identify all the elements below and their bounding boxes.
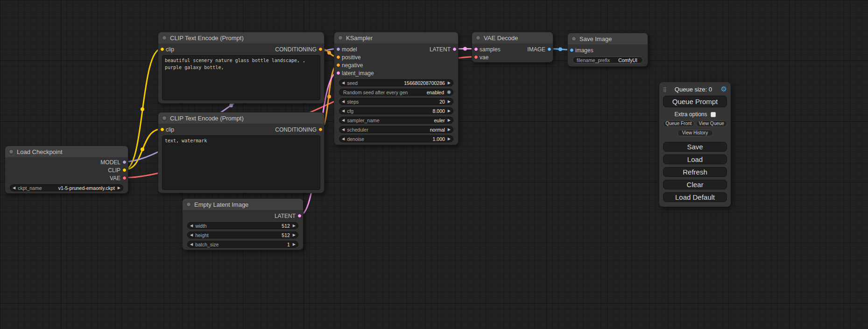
cfg-stepper[interactable]: ◀ cfg 8.000 ▶ xyxy=(339,107,453,114)
widget-label: cfg xyxy=(347,108,353,114)
view-history-button[interactable]: View History xyxy=(677,130,713,136)
right-arrow-icon[interactable]: ▶ xyxy=(448,119,451,122)
right-arrow-icon[interactable]: ▶ xyxy=(293,224,296,228)
denoise-stepper[interactable]: ◀ denoise 1.000 ▶ xyxy=(339,135,453,142)
widget-label: ckpt_name xyxy=(18,185,42,191)
input-port-clip[interactable] xyxy=(160,47,164,51)
widget-label: seed xyxy=(347,80,358,86)
sampler-name-combo[interactable]: ◀ sampler_name euler ▶ xyxy=(339,117,453,124)
input-port-model[interactable] xyxy=(336,47,340,51)
queue-front-button[interactable]: Queue Front xyxy=(663,120,694,127)
height-stepper[interactable]: ◀ height 512 ▶ xyxy=(187,231,298,238)
widget-label: denoise xyxy=(347,136,364,142)
output-port-latent[interactable] xyxy=(297,214,302,218)
output-label-clip: CLIP xyxy=(108,167,120,174)
scheduler-combo[interactable]: ◀ scheduler normal ▶ xyxy=(339,126,453,133)
output-port-latent[interactable] xyxy=(452,47,457,51)
node-titlebar[interactable]: Empty Latent Image xyxy=(183,199,303,210)
collapse-dot-icon[interactable] xyxy=(572,36,576,41)
prompt-textarea[interactable]: beautiful scenery nature glass bottle la… xyxy=(162,55,320,100)
output-port-clip[interactable] xyxy=(122,168,127,172)
input-port-samples[interactable] xyxy=(474,47,478,51)
input-port-positive[interactable] xyxy=(336,55,340,59)
collapse-dot-icon[interactable] xyxy=(9,149,14,154)
node-clip-text-encode-negative[interactable]: CLIP Text Encode (Prompt) clip CONDITION… xyxy=(158,112,325,193)
node-title: Load Checkpoint xyxy=(17,148,63,155)
output-port-conditioning[interactable] xyxy=(318,47,323,51)
node-empty-latent-image[interactable]: Empty Latent Image LATENT ◀ width 512 ▶ … xyxy=(182,198,303,250)
node-graph-canvas[interactable]: Load Checkpoint MODEL CLIP VAE ◀ ckpt_na… xyxy=(0,0,868,329)
input-port-vae[interactable] xyxy=(474,55,478,59)
output-port-conditioning[interactable] xyxy=(318,127,323,132)
right-arrow-icon[interactable]: ▶ xyxy=(448,137,451,141)
right-arrow-icon[interactable]: ▶ xyxy=(448,100,451,104)
left-arrow-icon[interactable]: ◀ xyxy=(342,100,345,104)
widget-value: enabled xyxy=(427,90,444,95)
toggle-knob-icon[interactable] xyxy=(447,90,451,94)
node-title: Empty Latent Image xyxy=(194,201,248,208)
collapse-dot-icon[interactable] xyxy=(186,202,191,207)
output-port-vae[interactable] xyxy=(122,176,127,180)
view-queue-button[interactable]: View Queue xyxy=(696,120,727,127)
output-label-vae: VAE xyxy=(110,175,120,182)
node-clip-text-encode-positive[interactable]: CLIP Text Encode (Prompt) clip CONDITION… xyxy=(158,32,325,104)
input-port-clip[interactable] xyxy=(160,127,164,132)
widget-value: 512 xyxy=(282,232,290,238)
left-arrow-icon[interactable]: ◀ xyxy=(190,224,193,228)
node-titlebar[interactable]: VAE Decode xyxy=(472,32,553,43)
collapse-dot-icon[interactable] xyxy=(338,35,343,40)
output-port-model[interactable] xyxy=(122,160,127,164)
load-default-button[interactable]: Load Default xyxy=(663,192,727,202)
random-seed-toggle[interactable]: Random seed after every gen enabled xyxy=(339,89,453,96)
left-arrow-icon[interactable]: ◀ xyxy=(13,186,15,190)
left-arrow-icon[interactable]: ◀ xyxy=(342,81,345,85)
node-load-checkpoint[interactable]: Load Checkpoint MODEL CLIP VAE ◀ ckpt_na… xyxy=(5,146,128,194)
node-titlebar[interactable]: Save Image xyxy=(568,33,648,44)
ckpt-name-combo[interactable]: ◀ ckpt_name v1-5-pruned-emaonly.ckpt ▶ xyxy=(10,184,123,191)
settings-gear-icon[interactable]: ⚙ xyxy=(721,86,727,93)
node-titlebar[interactable]: KSampler xyxy=(334,32,458,43)
right-arrow-icon[interactable]: ▶ xyxy=(448,109,451,113)
collapse-dot-icon[interactable] xyxy=(476,35,480,40)
load-button[interactable]: Load xyxy=(663,154,727,164)
filename-prefix-field[interactable]: filename_prefix ComfyUI xyxy=(572,56,643,63)
extra-options-checkbox[interactable] xyxy=(711,112,716,117)
collapse-dot-icon[interactable] xyxy=(162,35,167,40)
queue-prompt-button[interactable]: Queue Prompt xyxy=(663,96,727,107)
prompt-textarea[interactable]: text, watermark xyxy=(162,135,320,190)
left-arrow-icon[interactable]: ◀ xyxy=(190,243,193,246)
node-ksampler[interactable]: KSampler model LATENT positive negative … xyxy=(334,32,459,145)
right-arrow-icon[interactable]: ▶ xyxy=(293,243,296,246)
save-button[interactable]: Save xyxy=(663,142,727,152)
batch-size-stepper[interactable]: ◀ batch_size 1 ▶ xyxy=(187,241,298,248)
widget-label: batch_size xyxy=(195,242,219,247)
node-titlebar[interactable]: Load Checkpoint xyxy=(5,146,128,157)
left-arrow-icon[interactable]: ◀ xyxy=(342,128,345,132)
node-titlebar[interactable]: CLIP Text Encode (Prompt) xyxy=(158,32,324,43)
clear-button[interactable]: Clear xyxy=(663,180,727,189)
left-arrow-icon[interactable]: ◀ xyxy=(342,119,345,122)
right-arrow-icon[interactable]: ▶ xyxy=(293,233,296,237)
refresh-button[interactable]: Refresh xyxy=(663,167,727,177)
left-arrow-icon[interactable]: ◀ xyxy=(190,233,193,237)
input-label-samples: samples xyxy=(480,46,501,53)
right-arrow-icon[interactable]: ▶ xyxy=(118,186,120,190)
node-vae-decode[interactable]: VAE Decode samples IMAGE vae xyxy=(472,32,553,63)
steps-stepper[interactable]: ◀ steps 20 ▶ xyxy=(339,98,453,105)
node-titlebar[interactable]: CLIP Text Encode (Prompt) xyxy=(158,112,324,124)
widget-value: 1.000 xyxy=(433,136,445,142)
seed-stepper[interactable]: ◀ seed 156680208700286 ▶ xyxy=(339,79,453,86)
output-label-image: IMAGE xyxy=(527,46,545,53)
input-port-images[interactable] xyxy=(570,48,574,52)
output-label-latent: LATENT xyxy=(275,213,296,219)
input-port-negative[interactable] xyxy=(336,63,340,67)
left-arrow-icon[interactable]: ◀ xyxy=(342,137,345,141)
right-arrow-icon[interactable]: ▶ xyxy=(448,128,451,132)
input-port-latent-image[interactable] xyxy=(336,71,340,75)
node-save-image[interactable]: Save Image images filename_prefix ComfyU… xyxy=(567,33,648,67)
output-port-image[interactable] xyxy=(547,47,551,51)
width-stepper[interactable]: ◀ width 512 ▶ xyxy=(187,222,298,229)
collapse-dot-icon[interactable] xyxy=(162,116,167,120)
right-arrow-icon[interactable]: ▶ xyxy=(448,81,451,85)
left-arrow-icon[interactable]: ◀ xyxy=(342,109,345,113)
